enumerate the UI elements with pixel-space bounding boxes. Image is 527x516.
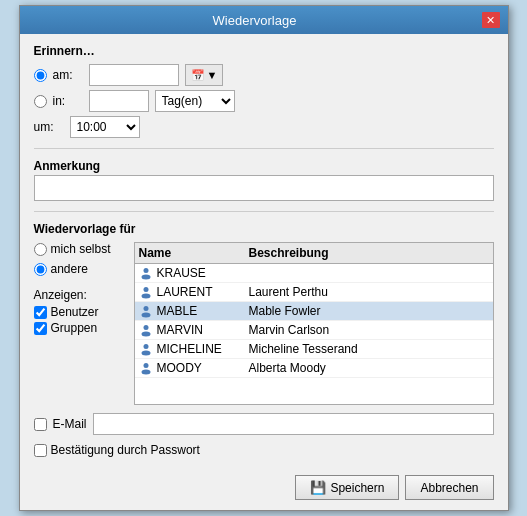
table-row[interactable]: MABLEMable Fowler	[135, 302, 493, 321]
table-row[interactable]: MOODYAlberta Moody	[135, 359, 493, 378]
row-name-cell: LAURENT	[139, 285, 249, 299]
svg-point-8	[143, 344, 148, 349]
gruppen-checkbox[interactable]	[34, 322, 47, 335]
users-table: Name Beschreibung KRAUSE LAURENTLaurent …	[134, 242, 494, 405]
confirmation-label: Bestätigung durch Passwort	[51, 443, 200, 457]
row-name-cell: MARVIN	[139, 323, 249, 337]
am-row: am: 16.06.2014 📅 ▼	[34, 64, 494, 86]
row-beschreibung-cell: Laurent Perthu	[249, 285, 489, 299]
svg-point-7	[141, 332, 150, 337]
save-button[interactable]: 💾 Speichern	[295, 475, 399, 500]
row-name-cell: KRAUSE	[139, 266, 249, 280]
svg-point-10	[143, 363, 148, 368]
date-input[interactable]: 16.06.2014	[89, 64, 179, 86]
user-icon	[139, 285, 153, 299]
user-icon	[139, 342, 153, 356]
col-beschreibung: Beschreibung	[249, 246, 473, 260]
remind-label: Erinnern…	[34, 44, 494, 58]
benutzer-label: Benutzer	[51, 305, 99, 319]
am-radio[interactable]	[34, 69, 47, 82]
user-icon	[139, 266, 153, 280]
gruppen-row: Gruppen	[34, 321, 124, 335]
row-name-text: LAURENT	[157, 285, 213, 299]
mich-selbst-label: mich selbst	[51, 242, 111, 256]
anzeigen-label: Anzeigen:	[34, 288, 124, 302]
svg-point-2	[143, 287, 148, 292]
row-name-cell: MICHELINE	[139, 342, 249, 356]
wiedervorlage-section: Wiedervorlage für mich selbst andere Anz…	[34, 222, 494, 405]
calendar-dropdown-icon: ▼	[207, 69, 218, 81]
svg-point-1	[141, 275, 150, 280]
tag-select[interactable]: Tag(en) Woche(n) Monat(e)	[155, 90, 235, 112]
wv-body: mich selbst andere Anzeigen: Benutzer	[34, 242, 494, 405]
save-icon: 💾	[310, 480, 326, 495]
svg-point-0	[143, 268, 148, 273]
svg-point-5	[141, 313, 150, 318]
svg-point-3	[141, 294, 150, 299]
am-label: am:	[53, 68, 83, 82]
andere-label: andere	[51, 262, 88, 276]
anmerkung-label: Anmerkung	[34, 159, 494, 173]
confirmation-checkbox[interactable]	[34, 444, 47, 457]
wv-left: mich selbst andere Anzeigen: Benutzer	[34, 242, 124, 337]
um-row: um: 10:00 08:00 09:00 11:00 12:00	[34, 116, 494, 138]
user-icon	[139, 361, 153, 375]
dialog: Wiedervorlage ✕ Erinnern… am: 16.06.2014…	[19, 5, 509, 511]
remind-section: Erinnern… am: 16.06.2014 📅 ▼ in: 1 Tag(e…	[34, 44, 494, 138]
table-header: Name Beschreibung	[135, 243, 493, 264]
divider-2	[34, 211, 494, 212]
table-row[interactable]: MICHELINEMicheline Tesserand	[135, 340, 493, 359]
row-beschreibung-cell: Mable Fowler	[249, 304, 489, 318]
row-name-text: MOODY	[157, 361, 202, 375]
anzeigen-section: Anzeigen: Benutzer Gruppen	[34, 288, 124, 337]
anmerkung-input[interactable]	[34, 175, 494, 201]
benutzer-row: Benutzer	[34, 305, 124, 319]
row-beschreibung-cell: Alberta Moody	[249, 361, 489, 375]
cancel-button[interactable]: Abbrechen	[405, 475, 493, 500]
mich-selbst-row: mich selbst	[34, 242, 124, 256]
svg-point-9	[141, 351, 150, 356]
calendar-button[interactable]: 📅 ▼	[185, 64, 224, 86]
number-input[interactable]: 1	[89, 90, 149, 112]
andere-radio[interactable]	[34, 263, 47, 276]
row-name-text: MARVIN	[157, 323, 203, 337]
dialog-content: Erinnern… am: 16.06.2014 📅 ▼ in: 1 Tag(e…	[20, 34, 508, 467]
table-row[interactable]: LAURENTLaurent Perthu	[135, 283, 493, 302]
calendar-icon: 📅	[191, 69, 205, 82]
email-input[interactable]: winzek@optimal-systems.de	[93, 413, 494, 435]
svg-point-6	[143, 325, 148, 330]
um-label: um:	[34, 120, 64, 134]
row-name-text: MICHELINE	[157, 342, 222, 356]
gruppen-label: Gruppen	[51, 321, 98, 335]
in-radio[interactable]	[34, 95, 47, 108]
table-body: KRAUSE LAURENTLaurent Perthu MABLEMable …	[135, 264, 493, 404]
time-select[interactable]: 10:00 08:00 09:00 11:00 12:00	[70, 116, 140, 138]
cancel-label: Abbrechen	[420, 481, 478, 495]
user-icon	[139, 304, 153, 318]
wiedervorlage-label: Wiedervorlage für	[34, 222, 494, 236]
mich-selbst-radio[interactable]	[34, 243, 47, 256]
divider-1	[34, 148, 494, 149]
row-name-text: MABLE	[157, 304, 198, 318]
confirmation-row: Bestätigung durch Passwort	[34, 443, 494, 457]
row-beschreibung-cell: Micheline Tesserand	[249, 342, 489, 356]
in-row: in: 1 Tag(en) Woche(n) Monat(e)	[34, 90, 494, 112]
email-label: E-Mail	[53, 417, 87, 431]
svg-point-11	[141, 370, 150, 375]
row-beschreibung-cell: Marvin Carlson	[249, 323, 489, 337]
footer: 💾 Speichern Abbrechen	[20, 467, 508, 510]
benutzer-checkbox[interactable]	[34, 306, 47, 319]
email-checkbox[interactable]	[34, 418, 47, 431]
table-row[interactable]: KRAUSE	[135, 264, 493, 283]
row-name-cell: MOODY	[139, 361, 249, 375]
row-name-text: KRAUSE	[157, 266, 206, 280]
row-name-cell: MABLE	[139, 304, 249, 318]
user-icon	[139, 323, 153, 337]
svg-point-4	[143, 306, 148, 311]
dialog-title: Wiedervorlage	[28, 13, 482, 28]
in-label: in:	[53, 94, 83, 108]
save-label: Speichern	[330, 481, 384, 495]
close-button[interactable]: ✕	[482, 12, 500, 28]
col-name: Name	[139, 246, 249, 260]
table-row[interactable]: MARVINMarvin Carlson	[135, 321, 493, 340]
